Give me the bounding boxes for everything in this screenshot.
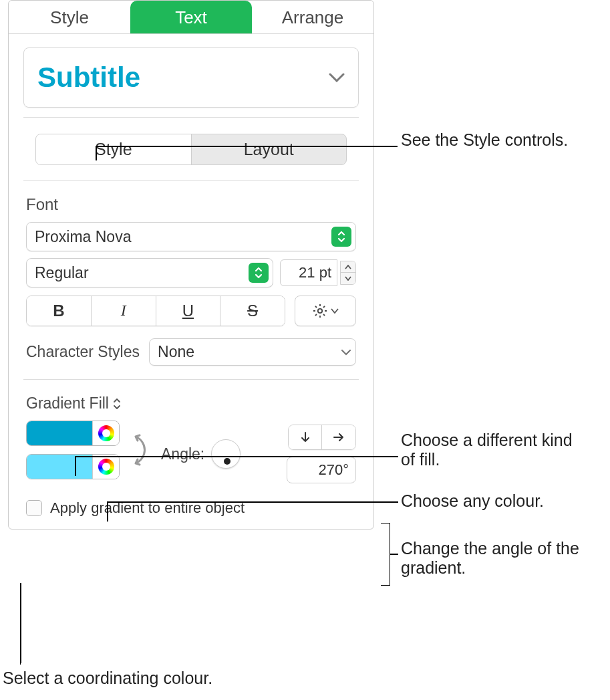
updown-icon [113,398,121,410]
advanced-options-button[interactable] [295,296,356,326]
color-well-1[interactable] [27,421,92,445]
format-panel: Style Text Arrange Subtitle Style Layout… [8,0,374,530]
gradient-color-2 [26,454,120,479]
callout-any-colour: Choose any colour. [401,491,544,511]
tab-arrange[interactable]: Arrange [252,1,373,33]
fill-type-select[interactable]: Gradient Fill [26,394,356,413]
chevron-down-icon [341,349,351,356]
font-family-value: Proxima Nova [35,228,131,246]
chevron-down-icon [329,73,345,82]
color-picker-1[interactable] [92,421,119,445]
angle-right-button[interactable] [322,425,355,449]
segment-layout[interactable]: Layout [192,134,347,164]
font-weight-select[interactable]: Regular [26,258,273,287]
gradient-color-1 [26,421,120,446]
character-styles-label: Character Styles [26,343,140,361]
arrow-right-icon [333,431,345,443]
angle-input[interactable]: 270° [287,457,356,483]
character-styles-value: None [158,343,194,361]
bold-button[interactable]: B [27,296,92,326]
callout-style-controls: See the Style controls. [401,130,568,150]
tab-style[interactable]: Style [9,1,130,33]
angle-knob[interactable] [211,439,241,469]
swap-colors-button[interactable] [129,430,152,474]
paragraph-style-dropdown[interactable]: Subtitle [23,47,359,108]
segment-style[interactable]: Style [36,134,192,164]
strike-button[interactable]: S [220,296,285,326]
callout-fill-kind: Choose a different kind of fill. [401,431,575,469]
underline-button[interactable]: U [156,296,221,326]
font-size-down[interactable] [341,273,355,284]
top-tabs: Style Text Arrange [9,1,373,34]
italic-button[interactable]: I [92,296,156,326]
angle-label: Angle: [161,445,204,463]
font-family-select[interactable]: Proxima Nova [26,222,356,251]
callout-coord-colour: Select a coordinating colour. [3,669,212,688]
angle-indicator-icon [224,458,231,465]
updown-icon [331,227,351,247]
color-wheel-icon [98,425,114,441]
angle-down-button[interactable] [289,425,322,449]
updown-icon [249,263,269,283]
callout-angle: Change the angle of the gradient. [401,539,588,578]
color-wheel-icon [98,459,114,475]
text-style-group: B I U S [26,296,285,326]
gear-icon [312,303,328,319]
apply-entire-checkbox[interactable] [26,500,42,516]
character-styles-select[interactable]: None [149,338,356,366]
paragraph-style-value: Subtitle [37,62,140,94]
color-picker-2[interactable] [92,455,119,479]
style-layout-segment: Style Layout [35,134,347,165]
font-size-input[interactable]: 21 pt [280,259,337,286]
svg-point-0 [318,309,322,313]
tab-text[interactable]: Text [130,1,252,33]
font-size-up[interactable] [341,261,355,273]
fill-type-value: Gradient Fill [26,394,109,413]
chevron-down-icon [331,308,339,314]
arrow-down-icon [299,431,311,443]
color-well-2[interactable] [27,455,92,479]
font-size-stepper: 21 pt [280,258,356,287]
font-section-label: Font [26,195,356,214]
font-weight-value: Regular [35,264,89,282]
